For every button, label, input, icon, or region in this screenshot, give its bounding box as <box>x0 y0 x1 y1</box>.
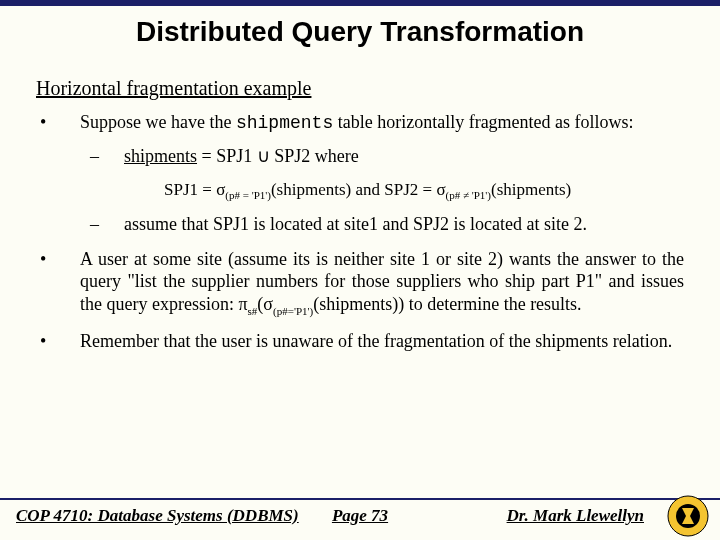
pi-symbol: π <box>238 294 247 314</box>
formula-ship1: (shipments) <box>271 180 351 199</box>
sub-bullet-list-2: assume that SPJ1 is located at site1 and… <box>80 213 684 236</box>
sigma-sub-1: (p# = 'P1') <box>225 189 271 201</box>
formula-spj1: SPJ1 = <box>164 180 216 199</box>
sigma-sub-3: (p#='P1') <box>273 304 313 316</box>
formula-and: and <box>351 180 384 199</box>
slide: Distributed Query Transformation Horizon… <box>0 0 720 540</box>
sigma-symbol-1: σ <box>216 180 225 199</box>
formula-spj2: SPJ2 = <box>384 180 436 199</box>
formula-definition: SPJ1 = σ(p# = 'P1')(shipments) and SPJ2 … <box>164 179 684 203</box>
bullet1-prefix: Suppose we have the <box>80 112 236 132</box>
formula-ship2: (shipments) <box>491 180 571 199</box>
bullet1-code: shipments <box>236 113 333 133</box>
footer-course: COP 4710: Database Systems (DDBMS) <box>16 506 299 526</box>
union-symbol: ∪ <box>257 146 270 166</box>
sub-bullet-2: assume that SPJ1 is located at site1 and… <box>80 213 684 236</box>
page-title: Distributed Query Transformation <box>0 0 720 48</box>
sigma-sub-2: (p# ≠ 'P1') <box>446 189 491 201</box>
sub-bullet-1: shipments = SPJ1 ∪ SPJ2 where <box>80 145 684 168</box>
slide-footer: COP 4710: Database Systems (DDBMS) Page … <box>0 498 720 540</box>
sigma-symbol-2: σ <box>436 180 445 199</box>
slide-content: Horizontal fragmentation example Suppose… <box>0 48 720 352</box>
bullet2-suffix: to determine the results. <box>404 294 581 314</box>
sub1-mid: = SPJ1 <box>197 146 257 166</box>
footer-page: Page 73 <box>332 506 388 526</box>
pi-sub: s# <box>248 304 258 316</box>
sub-bullet-list-1: shipments = SPJ1 ∪ SPJ2 where <box>80 145 684 168</box>
sigma-symbol-3: σ <box>263 294 273 314</box>
footer-divider <box>0 498 720 500</box>
bullet2-ship: (shipments) <box>313 294 398 314</box>
ucf-logo-icon <box>666 494 710 538</box>
bullet-item-2: A user at some site (assume its is neith… <box>36 248 684 318</box>
footer-author: Dr. Mark Llewellyn <box>507 506 644 526</box>
sub1-underlined: shipments <box>124 146 197 166</box>
section-subheading: Horizontal fragmentation example <box>36 76 684 101</box>
top-accent-bar <box>0 0 720 6</box>
bullet-list: Suppose we have the shipments table hori… <box>36 111 684 352</box>
bullet-item-1: Suppose we have the shipments table hori… <box>36 111 684 236</box>
bullet1-suffix: table horizontally fragmented as follows… <box>333 112 633 132</box>
sub1-post: SPJ2 where <box>270 146 359 166</box>
bullet-item-3: Remember that the user is unaware of the… <box>36 330 684 353</box>
